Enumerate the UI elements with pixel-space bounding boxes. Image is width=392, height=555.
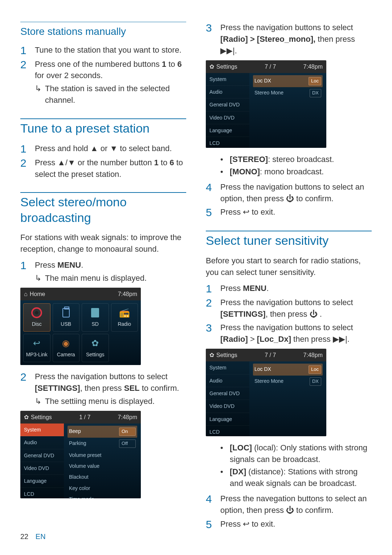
- bullet-dot-icon: •: [220, 154, 230, 165]
- bullet-text: [DX] (distance): Stations with strong an…: [230, 466, 372, 489]
- side-item: System: [206, 73, 249, 86]
- home-cell-mp3link: ↩MP3-Link: [23, 334, 50, 362]
- step-number: 1: [20, 259, 35, 284]
- step-text: Press the navigation buttons to select […: [220, 322, 372, 345]
- screenshot-settings-radio-a: ✿Settings 7 / 7 7:48pm System Audio Gene…: [206, 60, 326, 148]
- side-item: System: [206, 361, 249, 374]
- step-result: The main menu is displayed.: [45, 272, 147, 284]
- settings-row: Volume preset: [68, 450, 137, 461]
- screenshot-time: 7:48pm: [118, 413, 137, 421]
- step-text: Press the navegation buttons to select a…: [220, 493, 372, 516]
- side-item: General DVD: [206, 98, 249, 111]
- bullet-text: [MONO]: mono broadcast.: [230, 166, 324, 178]
- page-language: EN: [36, 532, 46, 540]
- screenshot-title: Home: [30, 290, 45, 298]
- step-text: Press and hold ▲ or ▼ to select band.: [35, 143, 186, 155]
- side-item: General DVD: [206, 387, 249, 400]
- screenshot-title: Settings: [216, 351, 237, 359]
- screenshot-time: 7:48pm: [303, 351, 323, 359]
- intro-paragraph: For stations with weak signals: to impro…: [20, 232, 186, 255]
- gear-icon: ✿: [209, 351, 214, 359]
- step-number: 3: [206, 322, 220, 345]
- step-number: 3: [206, 22, 220, 57]
- side-item: Video DVD: [206, 400, 249, 413]
- side-item: LCD: [20, 488, 64, 499]
- screenshot-title: Settings: [216, 62, 237, 71]
- settings-row: Time mode: [68, 494, 137, 498]
- heading-tune-preset: Tune to a preset station: [20, 121, 186, 136]
- step-text: Press the navigation buttons to select a…: [220, 181, 372, 204]
- step-text: Press ↩ to exit.: [220, 518, 372, 530]
- settings-row: ParkingOff: [68, 438, 137, 450]
- step-number: 2: [20, 371, 35, 407]
- step-result: The settiing menu is displayed.: [45, 396, 155, 407]
- screenshot-settings-radio-b: ✿Settings 7 / 7 7:48pm System Audio Gene…: [206, 349, 326, 436]
- screenshot-pager: 1 / 7: [79, 413, 90, 421]
- step-number: 5: [206, 206, 220, 218]
- side-item: System: [20, 424, 64, 436]
- settings-row: Loc DXLoc: [253, 75, 323, 87]
- step-text: Press the navigation buttons to select […: [220, 22, 372, 57]
- home-cell-camera: ◉Camera: [53, 334, 80, 362]
- side-item: Language: [206, 413, 249, 426]
- step-number: 4: [206, 181, 220, 204]
- screenshot-time: 7:48pm: [118, 290, 137, 298]
- bullet-text: [STEREO]: stereo broadcast.: [230, 154, 334, 165]
- side-item: LCD: [206, 426, 249, 437]
- step-number: 1: [20, 143, 35, 155]
- step-text: Press the navigation buttons to select […: [220, 297, 372, 320]
- screenshot-title: Settings: [31, 413, 52, 421]
- side-item: Language: [206, 124, 249, 137]
- heading-stereo-mono: Select stereo/mono broadcasting: [20, 194, 186, 225]
- settings-row: Stereo MoneDX: [253, 87, 323, 99]
- home-cell-radio: 📻Radio: [111, 303, 138, 332]
- page-number: 22: [20, 532, 28, 540]
- step-text: Tune to the station that you want to sto…: [35, 44, 186, 56]
- screenshot-time: 7:48pm: [303, 62, 323, 71]
- result-arrow-icon: ↳: [35, 272, 45, 284]
- gear-icon: ✿: [24, 413, 29, 421]
- step-text: Press the navigation buttons to select […: [35, 372, 179, 393]
- screenshot-pager: 7 / 7: [265, 351, 276, 359]
- home-icon: ⌂: [24, 290, 28, 298]
- result-arrow-icon: ↳: [35, 83, 45, 106]
- home-cell-sd: SD: [82, 303, 109, 332]
- step-number: 2: [20, 157, 35, 180]
- settings-row: Key color: [68, 483, 137, 494]
- side-item: General DVD: [20, 449, 64, 462]
- home-cell-usb: USB: [53, 303, 80, 332]
- bullet-text: [LOC] (local): Only stations with strong…: [230, 442, 372, 465]
- step-result: The station is saved in the selected cha…: [45, 83, 186, 106]
- screenshot-settings-system: ✿Settings 1 / 7 7:48pm System Audio Gene…: [20, 411, 141, 498]
- side-item: Audio: [206, 374, 249, 387]
- step-number: 2: [20, 58, 35, 106]
- step-text: Press one of the numbered buttons 1 to 6…: [35, 60, 182, 80]
- page-footer: 22 EN: [20, 531, 46, 542]
- step-number: 4: [206, 493, 220, 516]
- screenshot-home-menu: ⌂Home 7:48pm Disc USB SD 📻Radio ↩MP3-Lin…: [20, 288, 141, 365]
- step-number: 5: [206, 518, 220, 530]
- bullet-dot-icon: •: [220, 166, 230, 178]
- bullet-dot-icon: •: [220, 442, 230, 465]
- settings-row: Blackout: [68, 471, 137, 482]
- settings-row: BeepOn: [68, 426, 137, 438]
- step-number: 1: [20, 44, 35, 56]
- side-item: Audio: [20, 436, 64, 449]
- step-number: 2: [206, 297, 220, 320]
- result-arrow-icon: ↳: [35, 396, 45, 407]
- step-text: Press MENU.: [220, 283, 372, 295]
- home-cell-disc: Disc: [23, 303, 50, 332]
- settings-row: Loc DXLoc: [253, 364, 323, 376]
- home-cell-settings: ✿Settings: [82, 334, 109, 362]
- settings-row: Stereo MoneDX: [253, 376, 323, 388]
- intro-paragraph: Before you start to search for radio sta…: [206, 255, 372, 278]
- step-number: 1: [206, 283, 220, 295]
- side-item: Language: [20, 475, 64, 487]
- gear-icon: ✿: [209, 62, 214, 71]
- heading-store-stations: Store stations manually: [20, 22, 186, 39]
- settings-row: Volume value: [68, 461, 137, 471]
- side-item: Video DVD: [206, 112, 249, 124]
- side-item: Audio: [206, 86, 249, 98]
- step-text: Press ▲/▼ or the number button 1 to 6 to…: [35, 157, 186, 180]
- side-item: Video DVD: [20, 462, 64, 475]
